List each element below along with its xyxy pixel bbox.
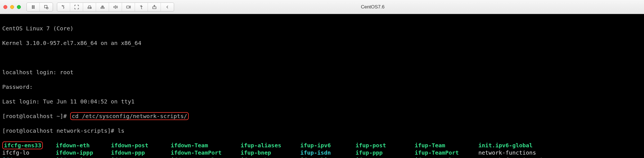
window-titlebar: CentOS7.6 xyxy=(0,0,644,14)
file-entry: ifup-post xyxy=(356,142,415,149)
file-entry: ifdown-tunnel xyxy=(171,156,241,158)
terminal-prompt-line: [root@localhost network-scripts]# ls xyxy=(2,127,642,134)
file-entry: ifdown xyxy=(2,156,56,158)
prompt: [root@localhost ~]# xyxy=(2,113,67,119)
pause-button[interactable] xyxy=(27,3,40,11)
file-entry: ifdown-ippp xyxy=(56,149,111,156)
prompt: [root@localhost network-scripts]# xyxy=(2,127,114,134)
window-title: CentOS7.6 xyxy=(178,4,567,10)
terminal-line: CentOS Linux 7 (Core) xyxy=(2,25,642,32)
file-entry: ifup-aliases xyxy=(241,142,300,149)
terminal-prompt-line: [root@localhost ~]# cd /etc/sysconfig/ne… xyxy=(2,112,642,120)
terminal-line: Password: xyxy=(2,83,642,91)
svg-rect-1 xyxy=(34,5,34,8)
terminal-line: Kernel 3.10.0-957.el7.x86_64 on an x86_6… xyxy=(2,39,642,47)
share-button[interactable] xyxy=(148,3,161,11)
file-entry: ifup-ipv6 xyxy=(300,142,356,149)
camera-button[interactable] xyxy=(122,3,135,11)
file-entry: network-functions xyxy=(478,149,642,156)
ls-output: ifcfg-ens33ifdown-ethifdown-postifdown-T… xyxy=(2,142,642,158)
svg-rect-0 xyxy=(32,5,33,8)
command: ls xyxy=(117,127,124,134)
traffic-lights xyxy=(3,5,21,9)
terminal-line: localhost login: root xyxy=(2,69,642,76)
close-button[interactable] xyxy=(3,5,7,9)
maximize-button[interactable] xyxy=(17,5,21,9)
file-entry: ifdown-ppp xyxy=(111,149,171,156)
minimize-button[interactable] xyxy=(10,5,14,9)
file-entry: init.ipv6-global xyxy=(478,142,642,149)
settings-button[interactable] xyxy=(57,3,70,11)
resize-button[interactable] xyxy=(70,3,83,11)
file-entry: ifdown-routes xyxy=(111,156,171,158)
svg-point-4 xyxy=(62,5,63,6)
file-entry: network-functions-ipv6 xyxy=(478,156,642,158)
file-entry: ifcfg-lo xyxy=(2,149,56,156)
chevron-left-button[interactable] xyxy=(161,3,174,11)
file-entry: ifdown-eth xyxy=(56,142,111,149)
toolbar-group-main xyxy=(57,3,174,12)
terminal-line: Last login: Tue Jun 11 00:04:52 on tty1 xyxy=(2,98,642,105)
terminal-blank xyxy=(2,54,642,61)
disk-button[interactable] xyxy=(83,3,96,11)
snapshot-button[interactable] xyxy=(40,3,53,11)
terminal[interactable]: CentOS Linux 7 (Core) Kernel 3.10.0-957.… xyxy=(0,14,644,158)
sound-button[interactable] xyxy=(109,3,122,11)
svg-point-7 xyxy=(102,6,103,7)
command-highlighted: cd /etc/sysconfig/network-scripts/ xyxy=(70,112,189,120)
usb-button[interactable] xyxy=(135,3,148,11)
file-entry: ifup-isdn xyxy=(300,149,356,156)
file-entry: ifup-eth xyxy=(241,156,300,158)
file-entry: ifup-plip xyxy=(300,156,356,158)
file-entry: ifdown-post xyxy=(111,142,171,149)
file-entry: ifup-Team xyxy=(415,142,478,149)
file-entry: ifup-tunnel xyxy=(415,156,478,158)
file-entry: ifdown-TeamPort xyxy=(171,149,241,156)
cd-button[interactable] xyxy=(96,3,109,11)
file-entry: ifdown-ipv6 xyxy=(56,156,111,158)
file-entry: ifcfg-ens33 xyxy=(2,142,56,149)
svg-rect-9 xyxy=(153,7,156,9)
svg-rect-8 xyxy=(126,6,129,8)
toolbar-group-pause xyxy=(26,3,53,12)
file-entry: ifup-routes xyxy=(356,156,415,158)
file-entry: ifup-bnep xyxy=(241,149,300,156)
svg-point-5 xyxy=(90,8,91,8)
file-entry: ifup-TeamPort xyxy=(415,149,478,156)
file-entry: ifup-ppp xyxy=(356,149,415,156)
file-entry: ifdown-Team xyxy=(171,142,241,149)
